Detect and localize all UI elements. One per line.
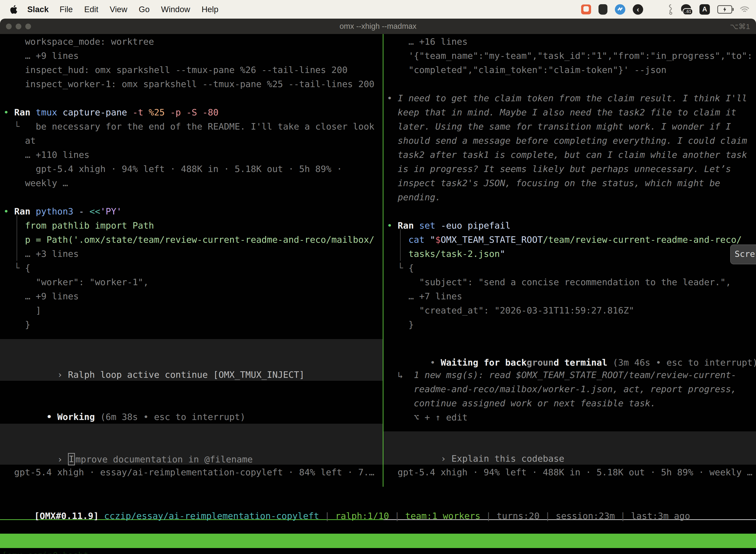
terminal-text-segment: "subject": "send a concise recommendatio… bbox=[419, 277, 731, 287]
separator: | bbox=[615, 511, 631, 521]
terminal-text-segment: %25 bbox=[148, 107, 170, 117]
wifi-icon[interactable] bbox=[740, 5, 750, 13]
terminal-text-segment: "completed","claim_token":"claim-token"}… bbox=[408, 65, 667, 75]
menu-item-edit[interactable]: Edit bbox=[84, 5, 98, 14]
working-spinner: • bbox=[46, 412, 57, 422]
terminal-text-segment: … +9 lines bbox=[25, 291, 79, 301]
terminal-line: '{"team_name":"my-team","task_id":"1","f… bbox=[408, 49, 753, 63]
terminal-text-segment: '{"team_name":"my-team","task_id":"1","f… bbox=[408, 51, 753, 61]
menu-app-name[interactable]: Slack bbox=[27, 5, 49, 14]
terminal-text-segment: └ bbox=[397, 263, 408, 273]
terminal-line: p = Path('.omx/state/team/review-current… bbox=[25, 233, 375, 247]
terminal-text-segment: "created_at": "2026-03-31T11:59:27.816Z" bbox=[419, 305, 634, 316]
terminal-text-segment: • bbox=[387, 93, 397, 103]
terminal-text-segment: … +16 lines bbox=[408, 37, 467, 47]
separator: | bbox=[389, 511, 405, 521]
prompt-input-left[interactable]: › Improve documentation in @filename bbox=[0, 424, 383, 465]
terminal-text-segment: { bbox=[408, 263, 414, 273]
right-pane-footer: gpt-5.4 xhigh · 94% left · 488K in · 5.1… bbox=[397, 465, 752, 479]
terminal-text-segment: set bbox=[419, 220, 441, 231]
battery-icon[interactable] bbox=[717, 5, 732, 14]
right-banner-text: Explain this codebase bbox=[451, 453, 564, 464]
omx-project-path: cczip/essay/ai-reimplementation-copyleft bbox=[104, 511, 319, 521]
text-cursor: I bbox=[68, 453, 75, 465]
pane-right[interactable]: … +16 lines'{"team_name":"my-team","task… bbox=[383, 34, 756, 487]
terminal-line: keep that in mind. Maybe I also need the… bbox=[397, 105, 736, 119]
pane-left[interactable]: workspace_mode: worktree… +9 linesinspec… bbox=[0, 34, 383, 487]
terminal-text-segment: " bbox=[430, 234, 435, 245]
tmux-session-window[interactable]: [omx-cczip0:bash* bbox=[2, 548, 88, 554]
terminal-line: } bbox=[408, 318, 414, 332]
separator: | bbox=[540, 511, 556, 521]
turns-counter: turns:20 bbox=[497, 511, 540, 521]
terminal-text-segment: Ran bbox=[397, 220, 419, 231]
terminal-text-segment: /team/review-current-readme-and-reco/ bbox=[543, 234, 742, 245]
terminal-line: later. Using the same for transition mig… bbox=[397, 119, 731, 133]
waiting-label: d terminal bbox=[554, 357, 608, 368]
terminal-text-segment: -euo pipefail bbox=[441, 220, 511, 231]
menu-item-view[interactable]: View bbox=[110, 5, 127, 14]
menu-bar: Slack FileEditViewGoWindowHelp ‹ ..61 A bbox=[0, 0, 756, 19]
menu-item-window[interactable]: Window bbox=[161, 5, 190, 14]
terminal-text-segment: … +9 lines bbox=[25, 51, 79, 61]
terminal-text-segment: $ bbox=[435, 234, 441, 245]
keyboard-layout-icon[interactable]: A bbox=[699, 4, 710, 15]
chat-app-icon[interactable] bbox=[581, 4, 591, 14]
terminal-text-segment: gpt-5.4 xhigh · 94% left · 488K in · 5.1… bbox=[36, 164, 342, 174]
working-meta: (6m 38s • esc to interrupt) bbox=[100, 412, 245, 422]
ralph-counter: ralph:1/10 bbox=[335, 511, 389, 521]
terminal-line: "completed","claim_token":"claim-token"}… bbox=[408, 63, 667, 77]
last-activity: last:3m ago bbox=[631, 511, 690, 521]
terminal-line: inspect task2's JSON, focusing on the st… bbox=[397, 176, 720, 190]
terminal-text-segment: task2 after task1 is complete, but can I… bbox=[397, 150, 747, 160]
waiting-label-shimmer: groun bbox=[527, 357, 554, 368]
terminal-text-segment: -t bbox=[132, 107, 148, 117]
terminal-text-segment: at bbox=[25, 135, 36, 146]
grid-shield-icon[interactable] bbox=[598, 4, 608, 15]
screenshot-tooltip: Scre bbox=[730, 244, 756, 264]
hook-icon[interactable] bbox=[667, 4, 674, 15]
menu-item-file[interactable]: File bbox=[60, 5, 73, 14]
terminal-line: "subject": "send a concise recommendatio… bbox=[419, 275, 731, 289]
count-badge-icon[interactable]: ..61 bbox=[681, 4, 692, 15]
prompt-input-right[interactable]: › Explain this codebase bbox=[383, 431, 756, 465]
terminal-text-segment: continue assigned work or next feasible … bbox=[414, 398, 655, 408]
terminal-line: inspect_worker-1: omx sparkshell --tmux-… bbox=[25, 77, 375, 91]
terminal-text-segment: inspect_hud: omx sparkshell --tmux-pane … bbox=[25, 65, 348, 75]
dots-grid-icon[interactable] bbox=[650, 5, 660, 14]
terminal-text-segment: } bbox=[408, 320, 414, 330]
terminal-line: … +16 lines bbox=[408, 35, 467, 49]
terminal-line: • Ran python3 - <<'PY' bbox=[3, 204, 122, 218]
session-time: session:23m bbox=[556, 511, 615, 521]
terminal-line: "created_at": "2026-03-31T11:59:27.816Z" bbox=[419, 303, 634, 318]
menu-item-go[interactable]: Go bbox=[139, 5, 149, 14]
terminal-text-segment: from pathlib import Path bbox=[25, 220, 154, 231]
window-title: omx --xhigh --madmax bbox=[0, 22, 756, 31]
terminal-text-segment: • bbox=[387, 220, 397, 231]
input-placeholder: mprove documentation in @filename bbox=[75, 454, 253, 464]
terminal-text-segment: << bbox=[89, 206, 100, 216]
terminal-text-segment: └ bbox=[14, 263, 25, 273]
terminal-line: … +7 lines bbox=[408, 289, 462, 303]
menu-item-help[interactable]: Help bbox=[202, 5, 218, 14]
window-titlebar[interactable]: omx --xhigh --madmax ⌥⌘1 bbox=[0, 19, 756, 34]
terminal-text-segment: p = Path('.omx/state/team/review-current… bbox=[25, 234, 375, 245]
terminal-text-segment: keep that in mind. Maybe I also need the… bbox=[397, 107, 736, 117]
lightning-circle-icon[interactable] bbox=[615, 4, 625, 15]
terminal-line: pending. bbox=[397, 190, 441, 204]
terminal-text-segment: weekly … bbox=[25, 178, 68, 188]
terminal[interactable]: workspace_mode: worktree… +9 linesinspec… bbox=[0, 34, 756, 554]
terminal-line: … +3 lines bbox=[25, 247, 79, 261]
ralph-banner: › Ralph loop active continue [OMX_TMUX_I… bbox=[0, 339, 383, 381]
apple-logo-icon[interactable] bbox=[10, 4, 18, 14]
chevron-circle-icon[interactable]: ‹ bbox=[633, 4, 643, 15]
terminal-line: weekly … bbox=[25, 176, 68, 190]
tmux-status-bar: [omx-cczip0:bash* "MacBook-Pro-44.local"… bbox=[0, 534, 756, 548]
terminal-text-segment: tmux bbox=[36, 107, 63, 117]
pane-divider[interactable] bbox=[383, 34, 383, 487]
terminal-text-segment: Ran bbox=[14, 107, 36, 117]
screen: Slack FileEditViewGoWindowHelp ‹ ..61 A bbox=[0, 0, 756, 554]
terminal-text-segment: later. Using the same for transition mig… bbox=[397, 121, 731, 131]
terminal-text-segment: -80 bbox=[202, 107, 218, 117]
terminal-line: • I need to get the claim token from the… bbox=[387, 91, 747, 105]
